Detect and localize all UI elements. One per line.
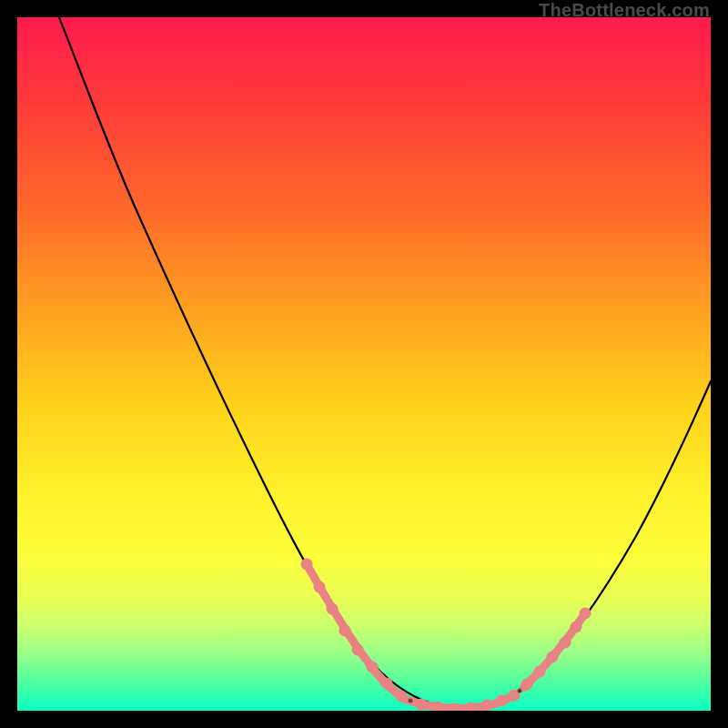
marker-dot — [339, 625, 351, 637]
marker-dot — [416, 699, 428, 711]
marker-dot — [465, 703, 477, 712]
bottleneck-curve-svg — [17, 17, 711, 711]
marker-dot — [481, 700, 493, 712]
marker-dot — [352, 644, 364, 656]
marker-gap-dot — [409, 699, 413, 703]
attribution-text: TheBottleneck.com — [539, 0, 710, 21]
marker-dot — [396, 691, 408, 703]
marker-dot — [547, 652, 559, 663]
bottleneck-curve — [59, 17, 711, 709]
marker-dot — [580, 608, 592, 620]
marker-dot — [381, 678, 393, 690]
marker-dot — [496, 695, 508, 707]
marker-dot — [534, 666, 546, 678]
marker-gap-dot — [518, 689, 522, 693]
marker-dot — [314, 581, 326, 593]
marker-dot — [327, 603, 339, 615]
marker-dot — [301, 559, 313, 571]
marker-dot — [560, 637, 571, 649]
marker-dot — [367, 662, 379, 673]
marker-dot — [571, 622, 582, 633]
chart-frame: TheBottleneck.com — [0, 0, 728, 728]
plot-area — [17, 17, 711, 711]
marker-dot — [521, 679, 533, 691]
